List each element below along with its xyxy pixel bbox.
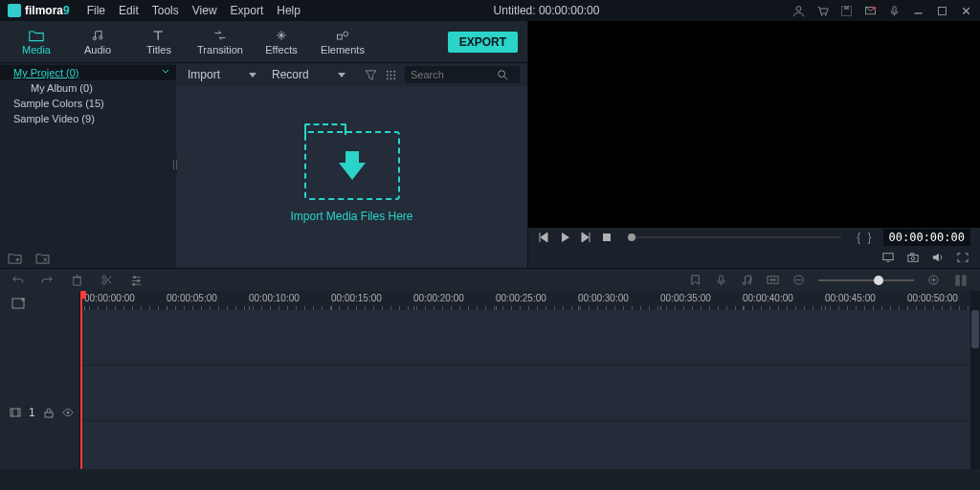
- menu-edit[interactable]: Edit: [119, 4, 139, 17]
- delete-icon[interactable]: [71, 274, 83, 286]
- zoom-out-icon[interactable]: [792, 274, 805, 286]
- video-preview[interactable]: [528, 21, 980, 228]
- menu-file[interactable]: File: [87, 4, 105, 17]
- new-folder-icon[interactable]: [8, 252, 22, 264]
- svg-rect-39: [955, 275, 960, 285]
- track-row[interactable]: [80, 366, 980, 421]
- menu-tools[interactable]: Tools: [152, 4, 179, 17]
- tree-item-sample-video[interactable]: Sample Video (9): [0, 111, 176, 126]
- svg-point-21: [393, 78, 395, 79]
- menu-help[interactable]: Help: [277, 4, 301, 17]
- quality-icon[interactable]: [882, 252, 894, 263]
- timeline-toolbar: [0, 268, 980, 291]
- svg-rect-8: [938, 7, 946, 14]
- volume-icon[interactable]: [932, 252, 944, 263]
- playhead-scrubber[interactable]: [628, 236, 841, 238]
- redo-icon[interactable]: [41, 274, 54, 286]
- undo-icon[interactable]: [11, 274, 24, 286]
- record-dropdown[interactable]: Record: [268, 68, 349, 81]
- snapshot-icon[interactable]: [907, 252, 919, 263]
- delete-folder-icon[interactable]: [35, 252, 50, 264]
- svg-point-28: [102, 276, 106, 279]
- mixer-icon[interactable]: [741, 274, 753, 286]
- fullscreen-icon[interactable]: [957, 252, 969, 263]
- account-icon[interactable]: [792, 5, 805, 17]
- drop-zone-text: Import Media Files Here: [290, 210, 412, 223]
- menu-export[interactable]: Export: [231, 4, 264, 17]
- playhead[interactable]: [80, 291, 82, 469]
- export-button[interactable]: EXPORT: [448, 32, 518, 53]
- tab-elements[interactable]: Elements: [312, 29, 373, 56]
- track-index: 1: [29, 406, 35, 419]
- svg-point-26: [911, 256, 914, 259]
- save-icon[interactable]: [840, 5, 853, 17]
- adjust-icon[interactable]: [130, 274, 143, 286]
- lock-icon[interactable]: [43, 407, 55, 418]
- music-icon: [90, 29, 105, 42]
- search-box[interactable]: [405, 66, 520, 83]
- download-arrow-icon: [339, 163, 366, 180]
- tick: 00:00:45:00: [825, 293, 876, 303]
- prev-frame-icon[interactable]: [538, 232, 549, 243]
- add-track-icon[interactable]: [11, 297, 27, 310]
- tick: 00:00:15:00: [331, 293, 382, 303]
- tree-item-my-album[interactable]: My Album (0): [0, 80, 176, 96]
- track-row[interactable]: [80, 310, 980, 366]
- mark-inout[interactable]: { }: [857, 231, 873, 244]
- svg-rect-7: [893, 6, 896, 12]
- filter-icon[interactable]: [365, 69, 377, 81]
- tick: 00:00:25:00: [496, 293, 546, 303]
- tab-audio[interactable]: Audio: [67, 29, 128, 56]
- tree-item-sample-colors[interactable]: Sample Colors (15): [0, 96, 176, 111]
- svg-rect-23: [603, 234, 611, 241]
- minimize-icon[interactable]: [912, 5, 924, 17]
- import-dropdown[interactable]: Import: [184, 68, 260, 81]
- player-controls: { } 00:00:00:00: [528, 228, 980, 247]
- svg-point-18: [393, 74, 395, 76]
- panel-resize-handle[interactable]: [172, 154, 177, 175]
- eye-icon[interactable]: [62, 407, 74, 418]
- svg-point-22: [499, 71, 505, 78]
- svg-point-44: [66, 412, 69, 414]
- svg-point-30: [133, 276, 136, 278]
- message-icon[interactable]: [864, 5, 877, 17]
- fit-icon[interactable]: [767, 274, 779, 286]
- svg-point-14: [390, 70, 392, 72]
- marker-icon[interactable]: [689, 274, 702, 286]
- maximize-icon[interactable]: [936, 5, 948, 17]
- timeline-body[interactable]: 00:00:00:00 00:00:05:00 00:00:10:00 00:0…: [80, 291, 980, 469]
- svg-rect-4: [844, 6, 849, 9]
- stop-icon[interactable]: [601, 232, 612, 243]
- track-header[interactable]: 1: [10, 406, 74, 419]
- menu-view[interactable]: View: [192, 4, 217, 17]
- split-icon[interactable]: [100, 274, 113, 286]
- grid-view-icon[interactable]: [385, 69, 397, 81]
- track-area[interactable]: [80, 310, 980, 469]
- search-input[interactable]: [411, 69, 497, 80]
- svg-point-10: [100, 35, 102, 38]
- next-frame-icon[interactable]: [580, 232, 591, 243]
- tab-titles[interactable]: Titles: [128, 29, 189, 56]
- timeline-scrollbar[interactable]: [970, 291, 980, 469]
- drop-folder-icon: [304, 131, 400, 200]
- tab-transition[interactable]: Transition: [189, 29, 251, 56]
- tick: 00:00:00:00: [84, 293, 135, 303]
- voiceover-icon[interactable]: [715, 274, 727, 286]
- cart-icon[interactable]: [816, 5, 829, 17]
- close-icon[interactable]: [960, 5, 972, 17]
- zoom-slider[interactable]: [818, 279, 914, 281]
- tree-item-my-project[interactable]: My Project (0): [0, 65, 176, 80]
- svg-point-19: [387, 78, 389, 79]
- mic-icon[interactable]: [888, 5, 901, 17]
- tick: 00:00:30:00: [578, 293, 629, 303]
- play-icon[interactable]: [559, 232, 570, 243]
- preview-panel: { } 00:00:00:00: [528, 21, 980, 268]
- tab-media[interactable]: Media: [6, 29, 67, 56]
- shapes-icon: [335, 29, 350, 42]
- zoom-in-icon[interactable]: [927, 274, 940, 286]
- track-manager-icon[interactable]: [953, 273, 969, 288]
- time-ruler[interactable]: 00:00:00:00 00:00:05:00 00:00:10:00 00:0…: [80, 291, 980, 310]
- media-toolbar: Import Record: [176, 63, 527, 86]
- tab-effects[interactable]: Effects: [251, 29, 312, 56]
- import-drop-zone[interactable]: Import Media Files Here: [176, 86, 527, 268]
